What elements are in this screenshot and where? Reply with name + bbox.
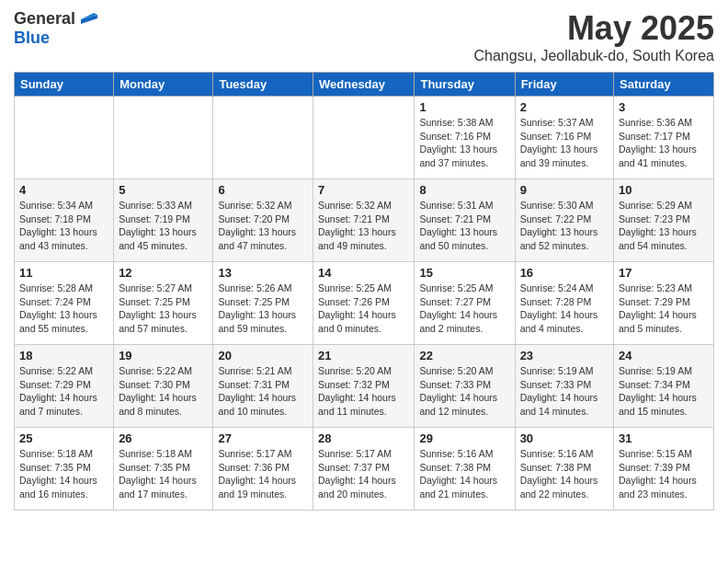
day-number: 21 <box>318 349 409 362</box>
calendar-cell: 25Sunrise: 5:18 AMSunset: 7:35 PMDayligh… <box>15 428 114 511</box>
day-info: Sunrise: 5:29 AMSunset: 7:23 PMDaylight:… <box>619 199 709 253</box>
day-info: Sunrise: 5:28 AMSunset: 7:24 PMDaylight:… <box>19 282 108 336</box>
header: General Blue May 2025 Changsu, Jeollabuk… <box>14 9 714 64</box>
day-number: 2 <box>520 100 609 114</box>
day-number: 11 <box>19 266 108 280</box>
weekday-header-friday: Friday <box>515 73 613 97</box>
week-row-1: 1Sunrise: 5:38 AMSunset: 7:16 PMDaylight… <box>15 97 714 179</box>
calendar-cell: 28Sunrise: 5:17 AMSunset: 7:37 PMDayligh… <box>313 428 415 511</box>
calendar-cell: 13Sunrise: 5:26 AMSunset: 7:25 PMDayligh… <box>213 262 313 345</box>
day-number: 4 <box>19 183 108 197</box>
day-info: Sunrise: 5:19 AMSunset: 7:34 PMDaylight:… <box>619 364 709 419</box>
calendar-cell: 2Sunrise: 5:37 AMSunset: 7:16 PMDaylight… <box>515 97 613 179</box>
calendar-cell: 16Sunrise: 5:24 AMSunset: 7:28 PMDayligh… <box>515 262 613 345</box>
day-info: Sunrise: 5:31 AMSunset: 7:21 PMDaylight:… <box>419 199 509 253</box>
day-number: 15 <box>419 266 509 280</box>
day-info: Sunrise: 5:20 AMSunset: 7:32 PMDaylight:… <box>318 364 409 419</box>
logo-blue: Blue <box>14 29 50 47</box>
calendar-cell <box>213 97 313 179</box>
day-number: 31 <box>619 431 709 445</box>
day-info: Sunrise: 5:19 AMSunset: 7:33 PMDaylight:… <box>520 364 609 419</box>
calendar-cell: 8Sunrise: 5:31 AMSunset: 7:21 PMDaylight… <box>415 179 515 262</box>
day-info: Sunrise: 5:22 AMSunset: 7:29 PMDaylight:… <box>19 364 108 419</box>
day-info: Sunrise: 5:37 AMSunset: 7:16 PMDaylight:… <box>520 116 609 170</box>
calendar-cell: 31Sunrise: 5:15 AMSunset: 7:39 PMDayligh… <box>614 428 714 511</box>
week-row-4: 18Sunrise: 5:22 AMSunset: 7:29 PMDayligh… <box>15 345 714 428</box>
calendar-cell: 30Sunrise: 5:16 AMSunset: 7:38 PMDayligh… <box>515 428 613 511</box>
calendar-cell: 22Sunrise: 5:20 AMSunset: 7:33 PMDayligh… <box>415 345 515 428</box>
calendar-cell: 17Sunrise: 5:23 AMSunset: 7:29 PMDayligh… <box>614 262 714 345</box>
day-info: Sunrise: 5:27 AMSunset: 7:25 PMDaylight:… <box>119 282 208 336</box>
day-number: 1 <box>419 100 509 114</box>
weekday-header-row: SundayMondayTuesdayWednesdayThursdayFrid… <box>15 73 714 97</box>
calendar-cell: 3Sunrise: 5:36 AMSunset: 7:17 PMDaylight… <box>614 97 714 179</box>
weekday-header-wednesday: Wednesday <box>313 73 415 97</box>
weekday-header-tuesday: Tuesday <box>213 73 313 97</box>
day-number: 23 <box>520 349 609 362</box>
calendar-cell: 12Sunrise: 5:27 AMSunset: 7:25 PMDayligh… <box>114 262 213 345</box>
day-number: 12 <box>119 266 208 280</box>
day-info: Sunrise: 5:26 AMSunset: 7:25 PMDaylight:… <box>218 282 308 336</box>
day-number: 13 <box>218 266 308 280</box>
week-row-3: 11Sunrise: 5:28 AMSunset: 7:24 PMDayligh… <box>15 262 714 345</box>
day-info: Sunrise: 5:16 AMSunset: 7:38 PMDaylight:… <box>419 447 509 501</box>
calendar-cell: 24Sunrise: 5:19 AMSunset: 7:34 PMDayligh… <box>614 345 714 428</box>
calendar-cell: 27Sunrise: 5:17 AMSunset: 7:36 PMDayligh… <box>213 428 313 511</box>
day-number: 29 <box>419 431 509 445</box>
logo: General Blue <box>14 9 97 48</box>
day-info: Sunrise: 5:25 AMSunset: 7:27 PMDaylight:… <box>419 282 509 336</box>
day-number: 14 <box>318 266 409 280</box>
day-number: 3 <box>619 100 709 114</box>
calendar-cell <box>15 97 114 179</box>
day-number: 18 <box>19 349 108 362</box>
day-info: Sunrise: 5:16 AMSunset: 7:38 PMDaylight:… <box>520 447 609 501</box>
day-number: 17 <box>619 266 709 280</box>
day-info: Sunrise: 5:25 AMSunset: 7:26 PMDaylight:… <box>318 282 409 336</box>
day-info: Sunrise: 5:30 AMSunset: 7:22 PMDaylight:… <box>520 199 609 253</box>
logo-general: General <box>14 9 75 29</box>
day-info: Sunrise: 5:33 AMSunset: 7:19 PMDaylight:… <box>119 199 208 253</box>
weekday-header-monday: Monday <box>114 73 213 97</box>
calendar-cell: 15Sunrise: 5:25 AMSunset: 7:27 PMDayligh… <box>415 262 515 345</box>
day-number: 19 <box>119 349 208 362</box>
day-info: Sunrise: 5:34 AMSunset: 7:18 PMDaylight:… <box>19 199 108 253</box>
title-area: May 2025 Changsu, Jeollabuk-do, South Ko… <box>473 9 714 64</box>
month-title: May 2025 <box>473 9 714 48</box>
day-info: Sunrise: 5:32 AMSunset: 7:21 PMDaylight:… <box>318 199 409 253</box>
calendar-cell: 29Sunrise: 5:16 AMSunset: 7:38 PMDayligh… <box>415 428 515 511</box>
day-number: 26 <box>119 431 208 445</box>
calendar-table: SundayMondayTuesdayWednesdayThursdayFrid… <box>14 72 714 511</box>
day-number: 27 <box>218 431 308 445</box>
location-title: Changsu, Jeollabuk-do, South Korea <box>473 48 714 64</box>
day-info: Sunrise: 5:23 AMSunset: 7:29 PMDaylight:… <box>619 282 709 336</box>
day-info: Sunrise: 5:15 AMSunset: 7:39 PMDaylight:… <box>619 447 709 501</box>
day-info: Sunrise: 5:17 AMSunset: 7:37 PMDaylight:… <box>318 447 409 501</box>
calendar-cell: 5Sunrise: 5:33 AMSunset: 7:19 PMDaylight… <box>114 179 213 262</box>
day-number: 7 <box>318 183 409 197</box>
logo-bird-icon <box>77 11 97 28</box>
day-number: 5 <box>119 183 208 197</box>
calendar-cell: 9Sunrise: 5:30 AMSunset: 7:22 PMDaylight… <box>515 179 613 262</box>
day-info: Sunrise: 5:22 AMSunset: 7:30 PMDaylight:… <box>119 364 208 419</box>
day-number: 28 <box>318 431 409 445</box>
day-number: 30 <box>520 431 609 445</box>
day-info: Sunrise: 5:18 AMSunset: 7:35 PMDaylight:… <box>19 447 108 501</box>
day-info: Sunrise: 5:20 AMSunset: 7:33 PMDaylight:… <box>419 364 509 419</box>
day-number: 10 <box>619 183 709 197</box>
day-number: 16 <box>520 266 609 280</box>
calendar-cell: 26Sunrise: 5:18 AMSunset: 7:35 PMDayligh… <box>114 428 213 511</box>
calendar-cell: 6Sunrise: 5:32 AMSunset: 7:20 PMDaylight… <box>213 179 313 262</box>
day-number: 25 <box>19 431 108 445</box>
day-number: 9 <box>520 183 609 197</box>
day-info: Sunrise: 5:32 AMSunset: 7:20 PMDaylight:… <box>218 199 308 253</box>
week-row-5: 25Sunrise: 5:18 AMSunset: 7:35 PMDayligh… <box>15 428 714 511</box>
calendar-cell: 21Sunrise: 5:20 AMSunset: 7:32 PMDayligh… <box>313 345 415 428</box>
calendar-cell: 4Sunrise: 5:34 AMSunset: 7:18 PMDaylight… <box>15 179 114 262</box>
day-info: Sunrise: 5:24 AMSunset: 7:28 PMDaylight:… <box>520 282 609 336</box>
weekday-header-thursday: Thursday <box>415 73 515 97</box>
day-number: 22 <box>419 349 509 362</box>
calendar-cell: 7Sunrise: 5:32 AMSunset: 7:21 PMDaylight… <box>313 179 415 262</box>
day-number: 8 <box>419 183 509 197</box>
day-info: Sunrise: 5:38 AMSunset: 7:16 PMDaylight:… <box>419 116 509 170</box>
calendar-cell: 11Sunrise: 5:28 AMSunset: 7:24 PMDayligh… <box>15 262 114 345</box>
